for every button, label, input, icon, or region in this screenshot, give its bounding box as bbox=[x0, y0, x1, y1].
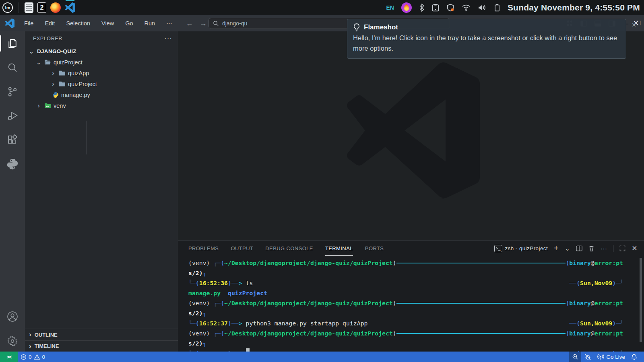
explorer-header-label: EXPLORER bbox=[33, 36, 62, 41]
tree-item-quizproject[interactable]: ⌄quizProject bbox=[25, 57, 178, 68]
error-circle-icon bbox=[21, 354, 27, 360]
panel-tab-problems[interactable]: PROBLEMS bbox=[188, 241, 219, 256]
warning-triangle-icon bbox=[34, 354, 40, 360]
tree-item-venv[interactable]: ›venv bbox=[25, 100, 178, 111]
vscode-taskbar-item[interactable] bbox=[65, 0, 75, 15]
tree-item-manage-py[interactable]: manage.py bbox=[25, 89, 178, 100]
vscode-icon bbox=[65, 2, 75, 13]
warning-count: 0 bbox=[42, 354, 45, 360]
panel-tab-output[interactable]: OUTPUT bbox=[231, 241, 253, 256]
new-terminal-button[interactable]: + bbox=[554, 244, 559, 253]
menu-file[interactable]: File bbox=[20, 19, 37, 28]
activity-python-button[interactable] bbox=[0, 152, 25, 176]
activity-search-button[interactable] bbox=[0, 56, 25, 80]
notifications-status-item[interactable] bbox=[628, 352, 644, 362]
account-icon bbox=[6, 311, 19, 323]
nav-forward-button[interactable]: → bbox=[200, 19, 207, 28]
settings-button[interactable] bbox=[0, 331, 25, 352]
activity-source-control-button[interactable] bbox=[0, 80, 25, 104]
terminal-line: s/2)┐ bbox=[188, 308, 623, 318]
wifi-icon[interactable] bbox=[462, 4, 471, 12]
section-outline[interactable]: ›OUTLINE bbox=[25, 329, 178, 340]
chevron-right-icon: › bbox=[29, 331, 31, 339]
terminal-dropdown-chevron-icon[interactable]: ⌄ bbox=[565, 245, 570, 252]
go-live-status-item[interactable]: Go Live bbox=[594, 352, 628, 362]
accounts-button[interactable] bbox=[0, 306, 25, 331]
terminal-instance-item[interactable]: >_zsh - quizProject bbox=[494, 245, 548, 252]
panel-tab-ports[interactable]: PORTS bbox=[365, 241, 384, 256]
kill-terminal-trash-icon[interactable] bbox=[588, 245, 594, 252]
menu-view[interactable]: View bbox=[97, 19, 118, 28]
gear-icon bbox=[7, 335, 18, 347]
clock[interactable]: Sunday November 9, 4:55:50 PM bbox=[508, 3, 640, 12]
error-count: 0 bbox=[29, 354, 32, 360]
tree-item-quizproject[interactable]: ›quizProject bbox=[25, 78, 178, 89]
python-icon bbox=[52, 92, 59, 98]
terminal-line: └─(16:52:36)──> ls──(Sun,Nov09)─┘ bbox=[188, 278, 623, 288]
chevron-right-icon[interactable]: › bbox=[50, 81, 56, 87]
folder-venv-icon bbox=[44, 103, 51, 109]
menu-[interactable]: ⋯ bbox=[162, 19, 176, 28]
menu-run[interactable]: Run bbox=[140, 19, 159, 28]
chevron-right-icon: › bbox=[29, 342, 31, 350]
terminal-scrollbar[interactable] bbox=[640, 258, 642, 342]
chevron-down-icon[interactable]: ⌄ bbox=[35, 59, 42, 66]
vscode-window: FileEditSelectionViewGoRun⋯ ← → django-q… bbox=[0, 15, 644, 362]
terminal-line: s/2)┐ bbox=[188, 268, 623, 278]
close-panel-icon[interactable]: ✕ bbox=[632, 244, 638, 253]
active-window-indicator bbox=[66, 0, 74, 1]
python-icon bbox=[6, 158, 19, 170]
menu-bar: FileEditSelectionViewGoRun⋯ bbox=[20, 19, 176, 28]
tree-item-quizapp[interactable]: ›quizApp bbox=[25, 68, 178, 78]
firefox-icon bbox=[50, 2, 61, 13]
tree-item-label: quizProject bbox=[54, 59, 83, 66]
section-timeline[interactable]: ›TIMELINE bbox=[25, 340, 178, 352]
notification-close-icon[interactable]: ✕ bbox=[632, 22, 636, 28]
lightbulb-icon bbox=[353, 23, 360, 31]
maximize-panel-icon[interactable] bbox=[619, 245, 625, 251]
keyboard-layout-indicator[interactable]: EN bbox=[386, 4, 394, 11]
terminal-line: (venv) ┌─(~/Desktop/djangoproject/django… bbox=[188, 258, 623, 268]
divider bbox=[19, 2, 19, 13]
tree-root-django-quiz[interactable]: ⌄ DJANGO-QUIZ bbox=[25, 46, 178, 57]
chevron-right-icon[interactable]: › bbox=[35, 103, 42, 109]
extensions-icon bbox=[6, 134, 19, 146]
explorer-more-actions-icon[interactable]: ··· bbox=[164, 35, 172, 43]
panel-more-actions-icon[interactable]: ··· bbox=[601, 245, 607, 252]
file-manager-launcher[interactable] bbox=[25, 0, 33, 15]
folder-icon bbox=[59, 70, 66, 76]
menu-selection[interactable]: Selection bbox=[62, 19, 94, 28]
terminal-content[interactable]: (venv) ┌─(~/Desktop/djangoproject/django… bbox=[178, 256, 644, 358]
battery-icon[interactable] bbox=[494, 4, 500, 12]
zoom-status-item[interactable] bbox=[569, 352, 581, 362]
panel-tab-debug-console[interactable]: DEBUG CONSOLE bbox=[265, 241, 313, 256]
editor-area[interactable] bbox=[178, 31, 644, 241]
firewall-shield-icon[interactable] bbox=[446, 4, 454, 12]
flameshot-tray-icon[interactable] bbox=[401, 2, 412, 13]
chevron-right-icon[interactable]: › bbox=[50, 70, 56, 76]
problems-status-item[interactable]: 0 0 bbox=[18, 352, 48, 362]
volume-icon[interactable] bbox=[478, 4, 487, 12]
panel-tab-terminal[interactable]: TERMINAL bbox=[325, 241, 353, 256]
folder-icon bbox=[59, 81, 66, 87]
terminal-icon: >_ bbox=[494, 245, 502, 252]
zoom-in-icon bbox=[572, 354, 578, 360]
mint-menu-button[interactable]: lm bbox=[2, 0, 13, 15]
terminal-line: s/2)┐ bbox=[188, 338, 623, 348]
bluetooth-icon[interactable] bbox=[419, 4, 425, 12]
menu-edit[interactable]: Edit bbox=[41, 19, 59, 28]
run-debug-icon bbox=[6, 110, 19, 122]
files-icon bbox=[6, 37, 19, 49]
activity-explorer-button[interactable] bbox=[0, 31, 25, 56]
menu-go[interactable]: Go bbox=[121, 19, 137, 28]
nav-back-button[interactable]: ← bbox=[186, 19, 193, 28]
clipboard-icon[interactable] bbox=[432, 4, 439, 12]
workspace-switcher[interactable]: 2 bbox=[37, 0, 46, 15]
activity-extensions-button[interactable] bbox=[0, 128, 25, 152]
explorer-sidebar: EXPLORER ··· ⌄ DJANGO-QUIZ ⌄quizProject›… bbox=[25, 31, 178, 352]
activity-run-debug-button[interactable] bbox=[0, 104, 25, 128]
remote-indicator[interactable]: >< bbox=[0, 352, 18, 362]
firefox-launcher[interactable] bbox=[50, 0, 61, 15]
debug-disabled-status-item[interactable] bbox=[581, 352, 594, 362]
split-terminal-icon[interactable] bbox=[576, 245, 582, 251]
